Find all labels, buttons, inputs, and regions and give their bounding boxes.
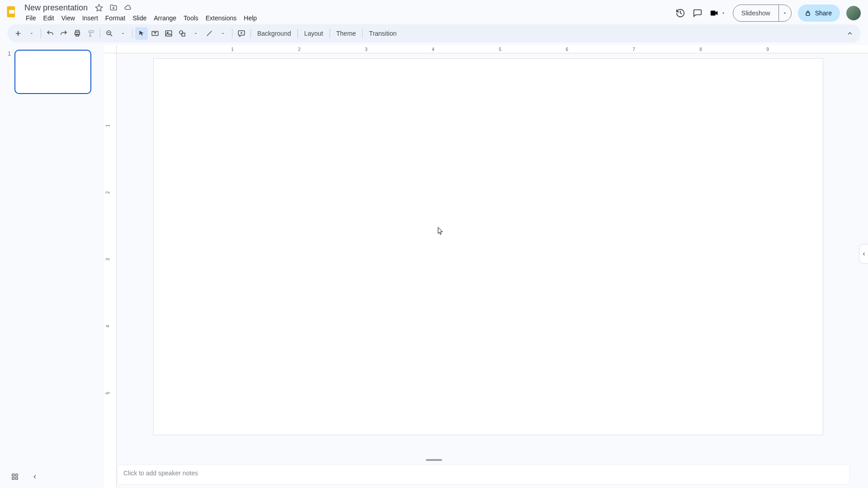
menu-slide[interactable]: Slide <box>129 14 150 23</box>
separator <box>132 28 132 38</box>
ruler-tick: 3 <box>365 47 368 52</box>
print-button[interactable] <box>71 27 84 40</box>
menu-insert[interactable]: Insert <box>79 14 101 23</box>
svg-rect-16 <box>16 478 18 480</box>
zoom-button[interactable] <box>103 27 116 40</box>
ruler-tick: 4 <box>432 47 434 52</box>
horizontal-ruler[interactable]: 1 2 3 4 5 6 7 8 9 <box>117 45 868 53</box>
menu-format[interactable]: Format <box>102 14 128 23</box>
undo-button[interactable] <box>44 27 57 40</box>
collapse-toolbar-button[interactable] <box>844 27 856 40</box>
share-label: Share <box>815 9 832 17</box>
ruler-tick: 2 <box>105 191 110 194</box>
document-title[interactable]: New presentation <box>23 3 90 13</box>
separator <box>297 28 298 38</box>
select-tool[interactable] <box>135 27 148 40</box>
transition-button[interactable]: Transition <box>365 27 400 40</box>
collapse-filmstrip-icon[interactable] <box>32 474 38 480</box>
bottom-left-controls <box>11 473 38 481</box>
menu-edit[interactable]: Edit <box>40 14 57 23</box>
svg-rect-9 <box>165 31 172 36</box>
theme-button[interactable]: Theme <box>333 27 360 40</box>
workspace: 1 1 2 3 4 5 6 7 8 9 1 2 3 4 <box>0 45 868 488</box>
menu-file[interactable]: File <box>23 14 39 23</box>
svg-rect-2 <box>711 11 716 16</box>
title-area: New presentation File Edit View Insert F… <box>23 3 260 23</box>
menu-view[interactable]: View <box>58 14 78 23</box>
line-tool[interactable] <box>203 27 216 40</box>
new-slide-caret[interactable] <box>25 27 38 40</box>
slides-logo-icon[interactable] <box>5 5 18 18</box>
slide-thumbnail[interactable] <box>14 50 91 94</box>
history-icon[interactable] <box>675 8 686 19</box>
vertical-ruler[interactable]: 1 2 3 4 5 <box>104 53 117 488</box>
filmstrip: 1 <box>0 45 104 488</box>
menu-extensions[interactable]: Extensions <box>203 14 240 23</box>
toolbar: Background Layout Theme Transition <box>7 24 861 42</box>
zoom-caret[interactable] <box>117 27 129 40</box>
ruler-tick: 8 <box>699 47 702 52</box>
chevron-down-icon <box>720 11 726 15</box>
svg-rect-1 <box>9 10 14 14</box>
comments-icon[interactable] <box>692 8 703 19</box>
shape-tool[interactable] <box>176 27 189 40</box>
svg-point-11 <box>179 31 183 34</box>
ruler-tick: 5 <box>105 392 110 394</box>
account-avatar[interactable] <box>846 6 861 20</box>
svg-rect-15 <box>12 478 14 480</box>
explore-tab[interactable] <box>859 244 868 264</box>
ruler-tick: 9 <box>766 47 769 52</box>
new-slide-button[interactable] <box>12 27 24 40</box>
shape-caret[interactable] <box>189 27 202 40</box>
meet-button[interactable] <box>709 8 726 18</box>
separator <box>330 28 330 38</box>
ruler-tick: 5 <box>499 47 501 52</box>
grid-view-icon[interactable] <box>11 473 19 481</box>
cloud-status-icon[interactable] <box>123 3 133 13</box>
ruler-tick: 1 <box>231 47 234 52</box>
ruler-tick: 2 <box>298 47 301 52</box>
app-header: New presentation File Edit View Insert F… <box>0 0 868 22</box>
comment-button[interactable] <box>235 27 248 40</box>
ruler-corner <box>104 45 117 53</box>
menu-help[interactable]: Help <box>241 14 260 23</box>
svg-rect-3 <box>806 13 810 15</box>
redo-button[interactable] <box>57 27 70 40</box>
ruler-tick: 7 <box>632 47 635 52</box>
menu-tools[interactable]: Tools <box>180 14 202 23</box>
line-caret[interactable] <box>217 27 229 40</box>
menu-arrange[interactable]: Arrange <box>151 14 179 23</box>
separator <box>232 28 232 38</box>
background-button[interactable]: Background <box>254 27 295 40</box>
paint-format-button[interactable] <box>85 27 97 40</box>
textbox-tool[interactable] <box>149 27 161 40</box>
star-icon[interactable] <box>94 3 104 13</box>
slideshow-caret[interactable] <box>778 5 791 21</box>
separator <box>100 28 100 38</box>
lock-icon <box>804 9 811 17</box>
separator <box>362 28 363 38</box>
svg-rect-13 <box>12 474 14 476</box>
filmstrip-slide[interactable]: 1 <box>6 50 98 94</box>
move-folder-icon[interactable] <box>108 3 118 13</box>
ruler-tick: 6 <box>566 47 568 52</box>
layout-button[interactable]: Layout <box>301 27 327 40</box>
svg-rect-14 <box>16 474 18 476</box>
cursor-icon <box>438 227 443 235</box>
ruler-tick: 4 <box>105 325 110 328</box>
slideshow-button[interactable]: Slideshow <box>733 5 778 21</box>
ruler-tick: 1 <box>105 124 110 127</box>
ruler-tick: 3 <box>105 258 110 261</box>
slide-number: 1 <box>6 51 11 57</box>
menu-bar: File Edit View Insert Format Slide Arran… <box>23 13 260 23</box>
share-button[interactable]: Share <box>798 5 840 22</box>
speaker-notes[interactable]: Click to add speaker notes <box>118 465 850 484</box>
header-right: Slideshow Share <box>675 5 861 22</box>
slide-canvas[interactable] <box>154 59 823 435</box>
speaker-notes-splitter[interactable] <box>426 459 442 461</box>
canvas-area: 1 2 3 4 5 6 7 8 9 1 2 3 4 5 <box>104 45 868 488</box>
separator <box>41 28 41 38</box>
slideshow-split-button: Slideshow <box>733 5 792 22</box>
separator <box>250 28 251 38</box>
image-tool[interactable] <box>162 27 175 40</box>
